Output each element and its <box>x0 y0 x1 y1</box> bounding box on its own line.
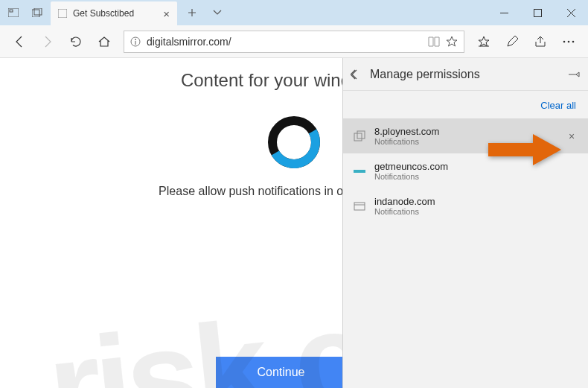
close-tab-icon[interactable]: × <box>163 7 170 20</box>
forward-button <box>34 28 61 55</box>
svg-rect-11 <box>354 133 362 141</box>
home-button[interactable] <box>91 28 118 55</box>
favorites-hub-icon[interactable] <box>470 28 497 55</box>
favorite-star-icon[interactable] <box>446 36 458 48</box>
site-type-icon <box>352 130 367 142</box>
tabs-preview-icon[interactable] <box>27 2 48 23</box>
svg-rect-3 <box>34 8 42 15</box>
window-minimize-button[interactable] <box>488 0 521 25</box>
share-icon[interactable] <box>527 28 554 55</box>
svg-point-7 <box>135 39 136 40</box>
window-maximize-button[interactable] <box>521 0 555 25</box>
site-type-icon <box>352 202 367 211</box>
remove-permission-icon[interactable]: × <box>564 130 579 142</box>
svg-point-10 <box>572 40 575 42</box>
new-tab-button[interactable] <box>182 2 202 23</box>
svg-point-9 <box>568 40 570 42</box>
pin-icon[interactable] <box>569 69 581 80</box>
permission-sub: Notifications <box>374 172 579 181</box>
browser-tab[interactable]: Get Subsctibed × <box>51 1 177 25</box>
window-close-button[interactable] <box>555 0 588 25</box>
svg-rect-2 <box>32 10 39 17</box>
site-type-icon <box>352 168 367 175</box>
url-input[interactable] <box>147 36 422 48</box>
continue-button[interactable]: Continue <box>216 357 346 388</box>
panel-title: Manage permissions <box>370 68 561 81</box>
svg-rect-1 <box>10 10 13 12</box>
window-titlebar: Get Subsctibed × <box>0 0 588 25</box>
svg-rect-13 <box>354 170 365 173</box>
address-bar[interactable] <box>124 31 464 53</box>
svg-point-8 <box>563 40 566 42</box>
annotation-arrow-icon <box>488 133 563 167</box>
tab-title: Get Subsctibed <box>73 8 134 19</box>
back-button[interactable] <box>6 28 33 55</box>
more-icon[interactable] <box>555 28 582 55</box>
notes-icon[interactable] <box>499 28 525 55</box>
tab-chevron-down-icon[interactable] <box>207 2 228 23</box>
permissions-panel: Manage permissions Clear all 8.ploynest.… <box>342 58 588 388</box>
permission-item[interactable]: indanode.com Notifications <box>343 188 588 223</box>
refresh-button[interactable] <box>63 28 89 55</box>
loading-ring-icon <box>268 116 320 168</box>
permission-sub: Notifications <box>374 207 579 216</box>
reading-view-icon[interactable] <box>428 36 440 47</box>
panel-back-icon[interactable] <box>351 69 362 80</box>
tabs-aside-icon[interactable] <box>3 2 24 23</box>
permission-domain: indanode.com <box>374 196 579 207</box>
svg-marker-15 <box>488 134 561 165</box>
svg-rect-12 <box>357 131 365 139</box>
browser-toolbar <box>0 25 588 58</box>
svg-rect-14 <box>354 203 365 210</box>
svg-rect-5 <box>534 9 542 16</box>
svg-rect-4 <box>58 9 67 18</box>
site-info-icon[interactable] <box>130 36 141 47</box>
clear-all-link[interactable]: Clear all <box>540 100 576 111</box>
tab-favicon-icon <box>58 9 67 18</box>
